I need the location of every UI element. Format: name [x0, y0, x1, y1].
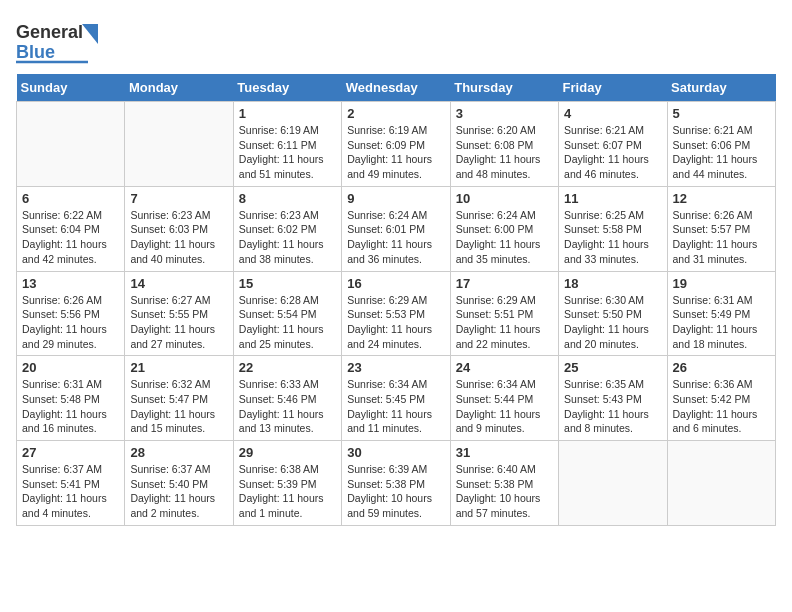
- day-number: 31: [456, 445, 553, 460]
- day-number: 25: [564, 360, 661, 375]
- calendar-cell: 25Sunrise: 6:35 AMSunset: 5:43 PMDayligh…: [559, 356, 667, 441]
- day-number: 18: [564, 276, 661, 291]
- calendar-cell: 22Sunrise: 6:33 AMSunset: 5:46 PMDayligh…: [233, 356, 341, 441]
- day-info: Sunrise: 6:22 AMSunset: 6:04 PMDaylight:…: [22, 208, 119, 267]
- calendar-cell: 24Sunrise: 6:34 AMSunset: 5:44 PMDayligh…: [450, 356, 558, 441]
- day-info: Sunrise: 6:19 AMSunset: 6:09 PMDaylight:…: [347, 123, 444, 182]
- calendar-cell: 3Sunrise: 6:20 AMSunset: 6:08 PMDaylight…: [450, 102, 558, 187]
- logo: General Blue: [16, 16, 106, 66]
- day-info: Sunrise: 6:39 AMSunset: 5:38 PMDaylight:…: [347, 462, 444, 521]
- calendar-table: SundayMondayTuesdayWednesdayThursdayFrid…: [16, 74, 776, 526]
- calendar-cell: 5Sunrise: 6:21 AMSunset: 6:06 PMDaylight…: [667, 102, 775, 187]
- day-number: 20: [22, 360, 119, 375]
- day-number: 23: [347, 360, 444, 375]
- calendar-cell: [667, 441, 775, 526]
- day-number: 24: [456, 360, 553, 375]
- day-info: Sunrise: 6:25 AMSunset: 5:58 PMDaylight:…: [564, 208, 661, 267]
- day-info: Sunrise: 6:36 AMSunset: 5:42 PMDaylight:…: [673, 377, 770, 436]
- day-number: 30: [347, 445, 444, 460]
- day-number: 26: [673, 360, 770, 375]
- day-header-friday: Friday: [559, 74, 667, 102]
- day-number: 3: [456, 106, 553, 121]
- day-info: Sunrise: 6:32 AMSunset: 5:47 PMDaylight:…: [130, 377, 227, 436]
- day-header-saturday: Saturday: [667, 74, 775, 102]
- day-info: Sunrise: 6:37 AMSunset: 5:41 PMDaylight:…: [22, 462, 119, 521]
- calendar-cell: 21Sunrise: 6:32 AMSunset: 5:47 PMDayligh…: [125, 356, 233, 441]
- calendar-week-2: 6Sunrise: 6:22 AMSunset: 6:04 PMDaylight…: [17, 186, 776, 271]
- day-number: 29: [239, 445, 336, 460]
- day-info: Sunrise: 6:37 AMSunset: 5:40 PMDaylight:…: [130, 462, 227, 521]
- calendar-week-5: 27Sunrise: 6:37 AMSunset: 5:41 PMDayligh…: [17, 441, 776, 526]
- calendar-week-1: 1Sunrise: 6:19 AMSunset: 6:11 PMDaylight…: [17, 102, 776, 187]
- calendar-cell: 12Sunrise: 6:26 AMSunset: 5:57 PMDayligh…: [667, 186, 775, 271]
- day-number: 7: [130, 191, 227, 206]
- day-info: Sunrise: 6:23 AMSunset: 6:02 PMDaylight:…: [239, 208, 336, 267]
- calendar-week-3: 13Sunrise: 6:26 AMSunset: 5:56 PMDayligh…: [17, 271, 776, 356]
- calendar-cell: 16Sunrise: 6:29 AMSunset: 5:53 PMDayligh…: [342, 271, 450, 356]
- day-info: Sunrise: 6:31 AMSunset: 5:49 PMDaylight:…: [673, 293, 770, 352]
- calendar-cell: 28Sunrise: 6:37 AMSunset: 5:40 PMDayligh…: [125, 441, 233, 526]
- calendar-cell: 1Sunrise: 6:19 AMSunset: 6:11 PMDaylight…: [233, 102, 341, 187]
- calendar-cell: 27Sunrise: 6:37 AMSunset: 5:41 PMDayligh…: [17, 441, 125, 526]
- day-info: Sunrise: 6:38 AMSunset: 5:39 PMDaylight:…: [239, 462, 336, 521]
- day-info: Sunrise: 6:40 AMSunset: 5:38 PMDaylight:…: [456, 462, 553, 521]
- day-info: Sunrise: 6:29 AMSunset: 5:53 PMDaylight:…: [347, 293, 444, 352]
- day-number: 21: [130, 360, 227, 375]
- day-info: Sunrise: 6:27 AMSunset: 5:55 PMDaylight:…: [130, 293, 227, 352]
- calendar-cell: 10Sunrise: 6:24 AMSunset: 6:00 PMDayligh…: [450, 186, 558, 271]
- day-header-monday: Monday: [125, 74, 233, 102]
- day-header-thursday: Thursday: [450, 74, 558, 102]
- day-info: Sunrise: 6:28 AMSunset: 5:54 PMDaylight:…: [239, 293, 336, 352]
- calendar-cell: 20Sunrise: 6:31 AMSunset: 5:48 PMDayligh…: [17, 356, 125, 441]
- day-number: 17: [456, 276, 553, 291]
- calendar-cell: 17Sunrise: 6:29 AMSunset: 5:51 PMDayligh…: [450, 271, 558, 356]
- calendar-cell: 14Sunrise: 6:27 AMSunset: 5:55 PMDayligh…: [125, 271, 233, 356]
- svg-marker-1: [82, 24, 98, 44]
- page-header: General Blue: [16, 16, 776, 66]
- day-info: Sunrise: 6:29 AMSunset: 5:51 PMDaylight:…: [456, 293, 553, 352]
- calendar-cell: [559, 441, 667, 526]
- svg-text:General: General: [16, 22, 83, 42]
- day-number: 28: [130, 445, 227, 460]
- day-info: Sunrise: 6:26 AMSunset: 5:57 PMDaylight:…: [673, 208, 770, 267]
- day-info: Sunrise: 6:23 AMSunset: 6:03 PMDaylight:…: [130, 208, 227, 267]
- calendar-cell: 9Sunrise: 6:24 AMSunset: 6:01 PMDaylight…: [342, 186, 450, 271]
- calendar-cell: 8Sunrise: 6:23 AMSunset: 6:02 PMDaylight…: [233, 186, 341, 271]
- day-info: Sunrise: 6:35 AMSunset: 5:43 PMDaylight:…: [564, 377, 661, 436]
- day-info: Sunrise: 6:30 AMSunset: 5:50 PMDaylight:…: [564, 293, 661, 352]
- day-info: Sunrise: 6:26 AMSunset: 5:56 PMDaylight:…: [22, 293, 119, 352]
- day-header-tuesday: Tuesday: [233, 74, 341, 102]
- day-number: 11: [564, 191, 661, 206]
- day-header-sunday: Sunday: [17, 74, 125, 102]
- calendar-cell: 6Sunrise: 6:22 AMSunset: 6:04 PMDaylight…: [17, 186, 125, 271]
- day-number: 12: [673, 191, 770, 206]
- day-info: Sunrise: 6:33 AMSunset: 5:46 PMDaylight:…: [239, 377, 336, 436]
- calendar-cell: 30Sunrise: 6:39 AMSunset: 5:38 PMDayligh…: [342, 441, 450, 526]
- calendar-cell: 31Sunrise: 6:40 AMSunset: 5:38 PMDayligh…: [450, 441, 558, 526]
- day-info: Sunrise: 6:20 AMSunset: 6:08 PMDaylight:…: [456, 123, 553, 182]
- day-info: Sunrise: 6:19 AMSunset: 6:11 PMDaylight:…: [239, 123, 336, 182]
- calendar-cell: [125, 102, 233, 187]
- day-info: Sunrise: 6:24 AMSunset: 6:01 PMDaylight:…: [347, 208, 444, 267]
- day-number: 9: [347, 191, 444, 206]
- day-number: 1: [239, 106, 336, 121]
- calendar-cell: 23Sunrise: 6:34 AMSunset: 5:45 PMDayligh…: [342, 356, 450, 441]
- day-info: Sunrise: 6:34 AMSunset: 5:44 PMDaylight:…: [456, 377, 553, 436]
- day-number: 5: [673, 106, 770, 121]
- calendar-cell: 2Sunrise: 6:19 AMSunset: 6:09 PMDaylight…: [342, 102, 450, 187]
- day-number: 4: [564, 106, 661, 121]
- calendar-cell: 13Sunrise: 6:26 AMSunset: 5:56 PMDayligh…: [17, 271, 125, 356]
- day-number: 22: [239, 360, 336, 375]
- day-info: Sunrise: 6:21 AMSunset: 6:07 PMDaylight:…: [564, 123, 661, 182]
- day-number: 15: [239, 276, 336, 291]
- day-number: 13: [22, 276, 119, 291]
- calendar-cell: 26Sunrise: 6:36 AMSunset: 5:42 PMDayligh…: [667, 356, 775, 441]
- calendar-header-row: SundayMondayTuesdayWednesdayThursdayFrid…: [17, 74, 776, 102]
- calendar-cell: 19Sunrise: 6:31 AMSunset: 5:49 PMDayligh…: [667, 271, 775, 356]
- calendar-cell: 18Sunrise: 6:30 AMSunset: 5:50 PMDayligh…: [559, 271, 667, 356]
- calendar-cell: 11Sunrise: 6:25 AMSunset: 5:58 PMDayligh…: [559, 186, 667, 271]
- calendar-cell: 29Sunrise: 6:38 AMSunset: 5:39 PMDayligh…: [233, 441, 341, 526]
- calendar-cell: 7Sunrise: 6:23 AMSunset: 6:03 PMDaylight…: [125, 186, 233, 271]
- day-header-wednesday: Wednesday: [342, 74, 450, 102]
- calendar-cell: [17, 102, 125, 187]
